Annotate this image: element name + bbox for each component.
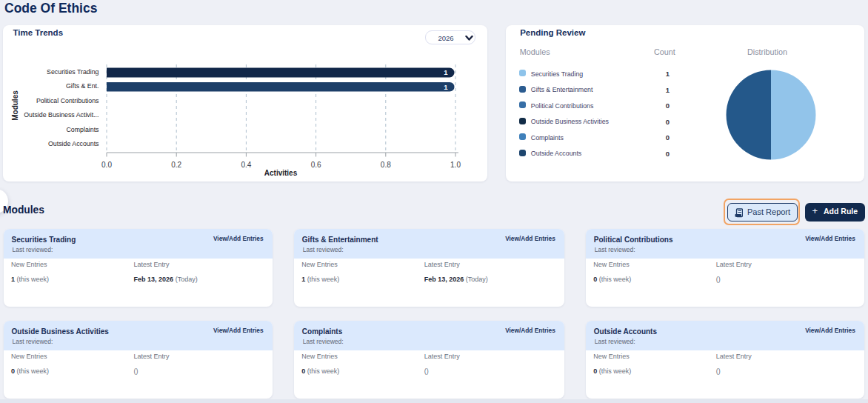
svg-text:1: 1 bbox=[444, 83, 448, 91]
svg-text:0.6: 0.6 bbox=[311, 161, 321, 169]
svg-text:Activities: Activities bbox=[264, 169, 298, 177]
svg-text:Political Contributions: Political Contributions bbox=[36, 97, 99, 104]
svg-text:Securities Trading: Securities Trading bbox=[47, 68, 99, 76]
svg-text:Outside Business Activit...: Outside Business Activit... bbox=[24, 111, 99, 119]
svg-text:0.0: 0.0 bbox=[101, 161, 112, 169]
svg-text:0.8: 0.8 bbox=[381, 161, 391, 169]
svg-text:Modules: Modules bbox=[11, 90, 19, 121]
svg-text:0.4: 0.4 bbox=[241, 161, 251, 169]
svg-text:0.2: 0.2 bbox=[171, 161, 181, 169]
svg-text:1.0: 1.0 bbox=[450, 161, 461, 169]
svg-text:Outside Accounts: Outside Accounts bbox=[48, 140, 99, 147]
svg-text:1: 1 bbox=[444, 68, 448, 76]
svg-text:Complaints: Complaints bbox=[66, 126, 99, 133]
svg-text:Gifts & Ent.: Gifts & Ent. bbox=[66, 82, 99, 90]
